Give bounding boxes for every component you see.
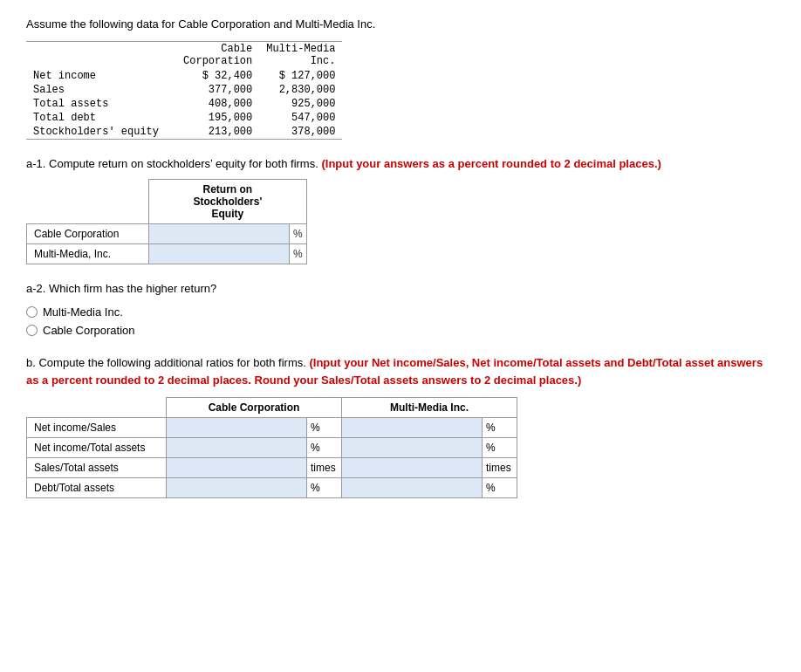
a2-question: a-2. Which firm has the higher return?: [26, 282, 775, 295]
a1-label: a-1.: [26, 157, 45, 170]
col1-header-line2: Corporation: [183, 55, 252, 67]
b-input-cell1[interactable]: [167, 438, 307, 458]
data-row-col2: 925,000: [259, 97, 342, 111]
b-unit1: times: [307, 458, 342, 478]
b-input1-3[interactable]: [167, 478, 306, 497]
section-a1-heading: a-1. Compute return on stockholders’ equ…: [26, 157, 775, 170]
col2-header-line2: Inc.: [311, 55, 336, 67]
data-row-col2: $ 127,000: [259, 69, 342, 83]
b-input1-1[interactable]: [167, 438, 306, 457]
data-table-row: Stockholders' equity 213,000 378,000: [26, 125, 342, 140]
b-input-cell2[interactable]: [342, 458, 483, 478]
b-input2-0[interactable]: [342, 418, 482, 437]
a1-row-label: Cable Corporation: [27, 224, 149, 244]
b-col1-header: Cable Corporation: [167, 398, 342, 418]
radio-multimedia[interactable]: [26, 306, 38, 318]
data-table-row: Total debt 195,000 547,000: [26, 111, 342, 125]
section-b-heading: b. Compute the following additional rati…: [26, 354, 775, 388]
data-row-col1: $ 32,400: [176, 69, 259, 83]
a1-table-row: Multi-Media, Inc. %: [27, 244, 307, 264]
b-input2-2[interactable]: [342, 458, 482, 477]
section-a2: a-2. Which firm has the higher return? M…: [26, 282, 775, 337]
a1-input-cell[interactable]: [149, 224, 290, 244]
radio-multimedia-label: Multi-Media Inc.: [43, 305, 123, 319]
b-text: Compute the following additional ratios …: [38, 356, 305, 369]
option-multimedia[interactable]: Multi-Media Inc.: [26, 305, 775, 319]
section-b-table: Cable Corporation Multi-Media Inc. Net i…: [26, 397, 517, 498]
b-label: b.: [26, 356, 36, 369]
data-row-col2: 2,830,000: [259, 83, 342, 97]
data-row-label: Total debt: [26, 111, 176, 125]
data-row-label: Stockholders' equity: [26, 125, 176, 140]
data-table-row: Sales 377,000 2,830,000: [26, 83, 342, 97]
b-unit1: %: [307, 438, 342, 458]
b-input-cell1[interactable]: [167, 478, 307, 498]
data-table-row: Net income $ 32,400 $ 127,000: [26, 69, 342, 83]
b-input2-1[interactable]: [342, 438, 482, 457]
data-row-col1: 408,000: [176, 97, 259, 111]
b-unit2: %: [483, 438, 517, 458]
a1-bold-text: (Input your answers as a percent rounded…: [321, 157, 661, 170]
b-unit1: %: [307, 478, 342, 498]
data-row-label: Net income: [26, 69, 176, 83]
b-col2-header: Multi-Media Inc.: [342, 398, 517, 418]
b-input1-2[interactable]: [167, 458, 306, 477]
b-unit2: %: [483, 478, 517, 498]
data-row-col1: 195,000: [176, 111, 259, 125]
b-row-label: Sales/Total assets: [27, 458, 167, 478]
b-row-label: Debt/Total assets: [27, 478, 167, 498]
a1-unit: %: [290, 224, 307, 244]
data-table-row: Total assets 408,000 925,000: [26, 97, 342, 111]
radio-cable-label: Cable Corporation: [43, 324, 135, 337]
a1-input-0[interactable]: [149, 224, 289, 243]
a1-row-label: Multi-Media, Inc.: [27, 244, 149, 264]
b-row-label: Net income/Total assets: [27, 438, 167, 458]
data-table: Cable Corporation Multi-Media Inc. Net i…: [26, 41, 342, 140]
col2-header-line1: Multi-Media: [266, 43, 335, 55]
data-row-col1: 377,000: [176, 83, 259, 97]
b-input-cell1[interactable]: [167, 418, 307, 438]
data-row-label: Sales: [26, 83, 176, 97]
data-row-col2: 547,000: [259, 111, 342, 125]
b-unit1: %: [307, 418, 342, 438]
a1-input-cell[interactable]: [149, 244, 290, 264]
a1-text: Compute return on stockholders’ equity f…: [49, 157, 318, 170]
col1-header-line1: Cable: [221, 43, 252, 55]
b-input2-3[interactable]: [342, 478, 482, 497]
a1-unit: %: [290, 244, 307, 264]
b-unit2: %: [483, 418, 517, 438]
b-input1-0[interactable]: [167, 418, 306, 437]
b-table-row: Debt/Total assets % %: [27, 478, 517, 498]
b-input-cell2[interactable]: [342, 438, 483, 458]
b-input-cell1[interactable]: [167, 458, 307, 478]
data-row-col1: 213,000: [176, 125, 259, 140]
b-table-row: Net income/Total assets % %: [27, 438, 517, 458]
data-row-col2: 378,000: [259, 125, 342, 140]
radio-cable[interactable]: [26, 325, 38, 336]
b-input-cell2[interactable]: [342, 478, 483, 498]
intro-text: Assume the following data for Cable Corp…: [26, 17, 775, 31]
b-table-row: Sales/Total assets times times: [27, 458, 517, 478]
a1-table-header: Return onStockholders'Equity: [149, 180, 307, 224]
b-unit2: times: [483, 458, 517, 478]
a1-table-row: Cable Corporation %: [27, 224, 307, 244]
a1-input-1[interactable]: [149, 244, 289, 264]
section-a1-table: Return onStockholders'Equity Cable Corpo…: [26, 179, 307, 264]
b-table-row: Net income/Sales % %: [27, 418, 517, 438]
b-row-label: Net income/Sales: [27, 418, 167, 438]
data-row-label: Total assets: [26, 97, 176, 111]
option-cable[interactable]: Cable Corporation: [26, 324, 775, 337]
b-input-cell2[interactable]: [342, 418, 483, 438]
